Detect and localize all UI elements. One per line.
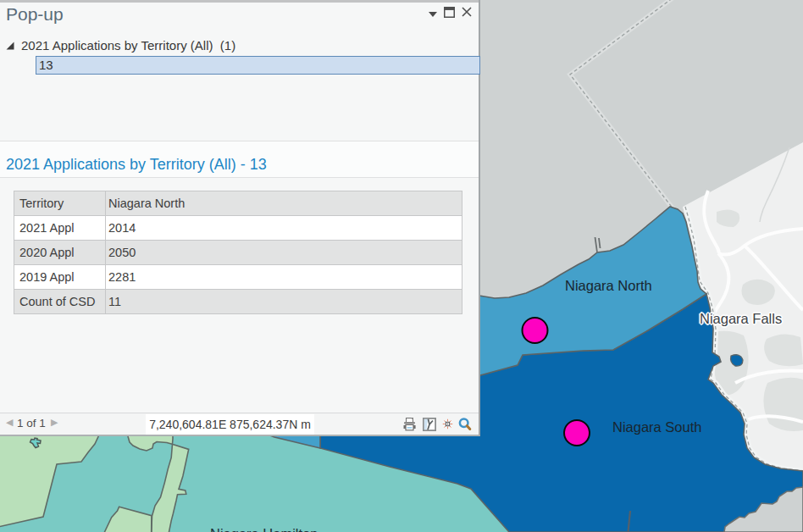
svg-text:Niagara Hamilton: Niagara Hamilton xyxy=(210,526,318,532)
